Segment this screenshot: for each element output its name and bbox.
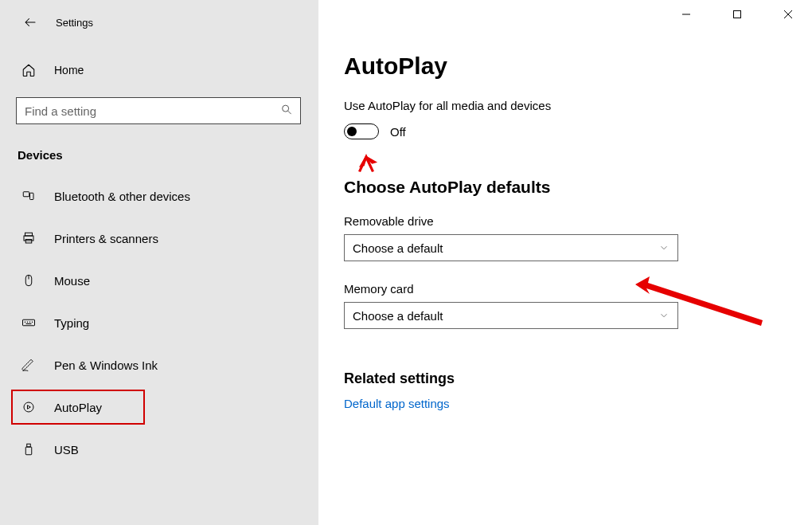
minimize-icon bbox=[681, 10, 691, 19]
sidebar-home-label: Home bbox=[54, 64, 84, 76]
related-settings-heading: Related settings bbox=[344, 370, 796, 387]
sidebar-item-pen[interactable]: Pen & Windows Ink bbox=[0, 347, 318, 382]
sidebar-item-bluetooth[interactable]: Bluetooth & other devices bbox=[0, 178, 318, 214]
devices-icon bbox=[21, 188, 37, 204]
window-controls bbox=[670, 3, 804, 25]
window-title: Settings bbox=[56, 17, 93, 29]
svg-rect-3 bbox=[25, 233, 33, 236]
svg-rect-1 bbox=[23, 192, 29, 197]
svg-rect-18 bbox=[734, 11, 741, 18]
removable-drive-label: Removable drive bbox=[344, 214, 796, 228]
maximize-button[interactable] bbox=[721, 3, 753, 25]
svg-point-0 bbox=[283, 105, 289, 112]
svg-rect-8 bbox=[23, 319, 35, 326]
svg-rect-15 bbox=[27, 444, 31, 447]
autoplay-toggle[interactable] bbox=[344, 123, 379, 139]
search-icon bbox=[280, 104, 293, 119]
defaults-heading: Choose AutoPlay defaults bbox=[344, 178, 796, 197]
mouse-icon bbox=[21, 272, 37, 288]
sidebar-section-title: Devices bbox=[0, 132, 318, 171]
sidebar-item-label: Mouse bbox=[54, 274, 90, 288]
maximize-icon bbox=[732, 10, 742, 19]
sidebar-item-label: Typing bbox=[54, 316, 89, 330]
sidebar-item-printers[interactable]: Printers & scanners bbox=[0, 221, 318, 256]
printer-icon bbox=[21, 230, 37, 246]
chevron-down-icon bbox=[658, 242, 670, 253]
memory-card-value: Choose a default bbox=[353, 309, 443, 323]
toggle-caption: Use AutoPlay for all media and devices bbox=[344, 99, 796, 112]
minimize-button[interactable] bbox=[670, 3, 702, 25]
toggle-knob bbox=[347, 127, 357, 136]
home-icon bbox=[21, 62, 37, 78]
keyboard-icon bbox=[21, 315, 37, 331]
autoplay-toggle-row: Off bbox=[344, 123, 796, 139]
svg-point-14 bbox=[24, 402, 33, 412]
sidebar-home[interactable]: Home bbox=[0, 54, 318, 86]
chevron-down-icon bbox=[658, 310, 670, 321]
back-button[interactable] bbox=[21, 13, 40, 32]
memory-card-dropdown[interactable]: Choose a default bbox=[344, 302, 678, 329]
sidebar-item-typing[interactable]: Typing bbox=[0, 305, 318, 340]
svg-rect-5 bbox=[25, 240, 32, 244]
usb-icon bbox=[21, 441, 37, 457]
title-bar: Settings bbox=[0, 6, 318, 46]
search-wrap bbox=[16, 97, 301, 124]
autoplay-icon bbox=[21, 399, 37, 415]
sidebar-item-autoplay[interactable]: AutoPlay bbox=[11, 390, 145, 425]
sidebar-item-label: Printers & scanners bbox=[54, 232, 158, 245]
pen-icon bbox=[21, 357, 37, 373]
arrow-left-icon bbox=[23, 15, 37, 29]
main-content: AutoPlay Use AutoPlay for all media and … bbox=[318, 0, 812, 525]
sidebar-item-label: USB bbox=[54, 443, 79, 456]
sidebar-item-label: AutoPlay bbox=[54, 401, 102, 414]
sidebar-item-label: Pen & Windows Ink bbox=[54, 358, 158, 372]
sidebar-item-label: Bluetooth & other devices bbox=[54, 190, 190, 203]
sidebar-item-mouse[interactable]: Mouse bbox=[0, 263, 318, 298]
sidebar-item-usb[interactable]: USB bbox=[0, 432, 318, 467]
removable-drive-value: Choose a default bbox=[353, 241, 443, 255]
search-input[interactable] bbox=[16, 97, 301, 124]
memory-card-label: Memory card bbox=[344, 282, 796, 296]
svg-rect-16 bbox=[25, 447, 32, 455]
removable-drive-dropdown[interactable]: Choose a default bbox=[344, 234, 678, 261]
sidebar: Settings Home Devices Bluetooth & other … bbox=[0, 0, 318, 525]
close-button[interactable] bbox=[772, 3, 804, 25]
close-icon bbox=[783, 10, 793, 19]
toggle-state-label: Off bbox=[390, 125, 406, 139]
svg-rect-2 bbox=[30, 193, 34, 199]
page-title: AutoPlay bbox=[344, 53, 796, 80]
default-app-settings-link[interactable]: Default app settings bbox=[344, 397, 796, 410]
